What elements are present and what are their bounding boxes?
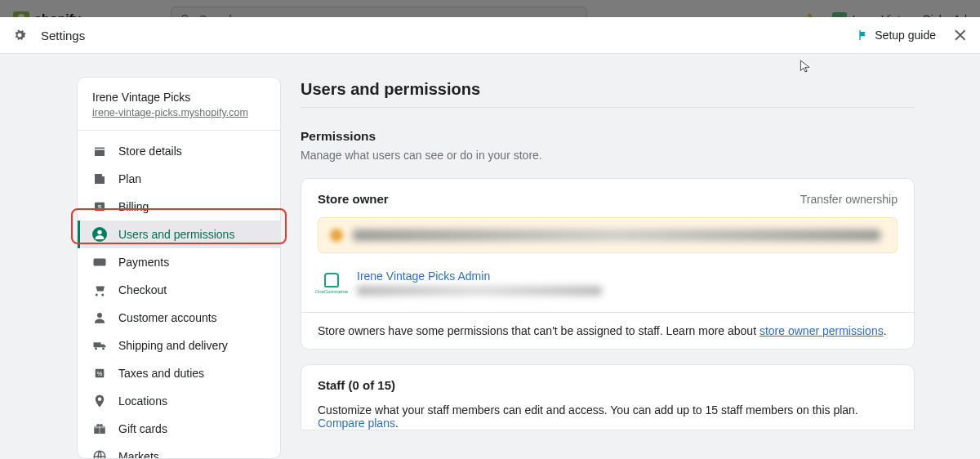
sidebar-item-shipping[interactable]: Shipping and delivery — [78, 332, 280, 359]
sidebar-item-payments[interactable]: Payments — [78, 248, 280, 276]
sidebar-item-checkout[interactable]: Checkout — [78, 276, 280, 304]
background-overlay — [0, 0, 980, 17]
footer-text-post: . — [884, 324, 887, 337]
divider — [301, 107, 915, 108]
sidebar-item-label: Locations — [118, 394, 167, 408]
settings-content: Irene Vintage Picks irene-vintage-picks.… — [0, 54, 980, 459]
sidebar-item-markets[interactable]: Markets — [78, 443, 280, 459]
footer-text: Store owners have some permissions that … — [318, 324, 760, 337]
store-url[interactable]: irene-vintage-picks.myshopify.com — [92, 107, 265, 118]
owner-avatar-caption: OneCommerce — [315, 289, 349, 294]
store-icon — [92, 144, 107, 158]
owner-card-footer: Store owners have some permissions that … — [301, 312, 914, 349]
main-content: Users and permissions Permissions Manage… — [301, 77, 915, 459]
compare-plans-link[interactable]: Compare plans — [318, 417, 395, 430]
page-title: Users and permissions — [301, 80, 915, 99]
sidebar-item-label: Plan — [118, 172, 141, 185]
svg-point-2 — [97, 230, 101, 234]
transfer-ownership-link[interactable]: Transfer ownership — [800, 193, 898, 206]
gear-icon — [11, 27, 28, 43]
setup-guide-label: Setup guide — [875, 29, 936, 42]
sidebar-item-plan[interactable]: Plan — [78, 165, 280, 193]
owner-avatar-icon: OneCommerce — [318, 270, 345, 297]
plan-icon — [92, 172, 107, 186]
person-icon — [92, 310, 107, 325]
location-icon — [92, 394, 107, 408]
sidebar-item-label: Markets — [118, 450, 159, 459]
permissions-description: Manage what users can see or do in your … — [301, 149, 915, 162]
svg-text:%: % — [97, 370, 103, 377]
sidebar-item-label: Payments — [118, 256, 169, 269]
flag-icon — [857, 29, 870, 42]
sidebar-item-store-details[interactable]: Store details — [78, 137, 280, 165]
warning-banner — [318, 217, 898, 253]
gift-icon — [92, 421, 107, 436]
store-owner-heading: Store owner — [318, 192, 389, 206]
sidebar-item-label: Taxes and duties — [118, 367, 204, 380]
user-icon — [92, 227, 107, 242]
payments-icon — [92, 255, 107, 270]
settings-sidebar: Irene Vintage Picks irene-vintage-picks.… — [77, 77, 281, 459]
sidebar-item-label: Shipping and delivery — [118, 339, 228, 352]
globe-icon — [92, 449, 107, 459]
sidebar-item-label: Checkout — [118, 283, 167, 296]
store-owner-permissions-link[interactable]: store owner permissions — [760, 324, 884, 337]
staff-card: Staff (0 of 15) Customize what your staf… — [301, 364, 915, 430]
setup-guide-link[interactable]: Setup guide — [857, 29, 936, 42]
store-owner-card: Store owner Transfer ownership OneCommer… — [301, 178, 915, 350]
taxes-icon: % — [92, 366, 107, 381]
sidebar-item-billing[interactable]: $ Billing — [78, 193, 280, 221]
settings-header: Settings Setup guide — [0, 17, 980, 54]
sidebar-item-label: Customer accounts — [118, 311, 217, 324]
sidebar-item-locations[interactable]: Locations — [78, 387, 280, 415]
svg-text:$: $ — [98, 203, 102, 211]
sidebar-item-label: Users and permissions — [118, 228, 234, 241]
svg-point-12 — [94, 451, 105, 459]
staff-desc-post: . — [395, 417, 399, 430]
staff-heading: Staff (0 of 15) — [318, 378, 898, 392]
svg-point-6 — [102, 347, 105, 350]
sidebar-item-label: Billing — [118, 200, 149, 213]
store-name: Irene Vintage Picks — [92, 91, 265, 104]
svg-rect-3 — [94, 259, 106, 266]
svg-point-5 — [95, 347, 97, 350]
svg-rect-11 — [99, 426, 100, 434]
close-icon[interactable] — [952, 27, 969, 43]
sidebar-item-taxes[interactable]: % Taxes and duties — [78, 359, 280, 387]
sidebar-item-label: Gift cards — [118, 422, 167, 435]
truck-icon — [92, 338, 107, 353]
sidebar-item-label: Store details — [118, 145, 182, 158]
warning-icon — [330, 229, 343, 242]
sidebar-item-users-permissions[interactable]: Users and permissions — [78, 221, 280, 248]
svg-point-4 — [97, 313, 102, 318]
redacted-text — [353, 230, 880, 241]
settings-nav: Store details Plan $ Billing Users and p… — [78, 131, 280, 459]
staff-desc-text: Customize what your staff members can ed… — [318, 403, 858, 417]
sidebar-item-customer-accounts[interactable]: Customer accounts — [78, 304, 280, 332]
cart-icon — [92, 283, 107, 297]
billing-icon: $ — [92, 199, 107, 214]
sidebar-store-header: Irene Vintage Picks irene-vintage-picks.… — [78, 78, 280, 131]
redacted-owner-detail — [357, 286, 602, 296]
sidebar-item-gift-cards[interactable]: Gift cards — [78, 415, 280, 443]
settings-title: Settings — [41, 29, 85, 42]
permissions-heading: Permissions — [301, 129, 915, 144]
owner-name-link[interactable]: Irene Vintage Picks Admin — [357, 270, 602, 283]
